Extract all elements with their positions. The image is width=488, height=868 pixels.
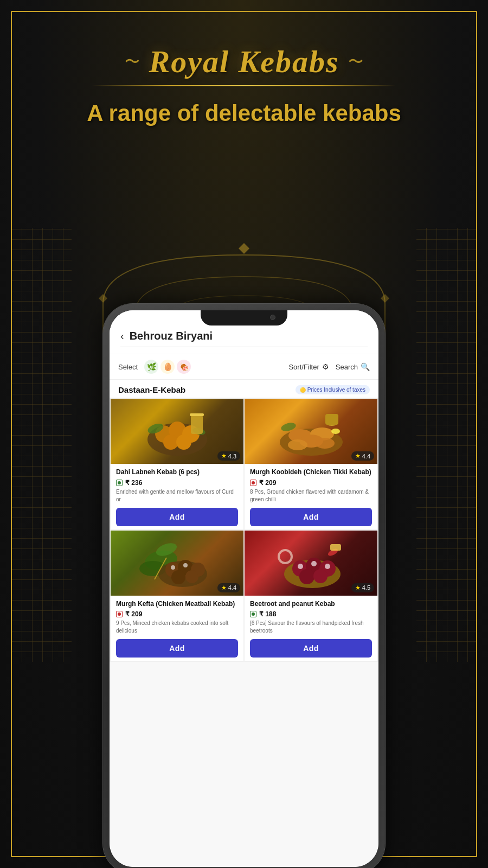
sort-filter-label: Sort/Filter [288,363,319,371]
add-button-3[interactable]: Add [116,639,238,658]
phone-outer-shell: ‹ Behrouz Biryani Select 🌿 🥚 🍖 Sort/Filt… [103,304,385,868]
svg-rect-47 [330,544,341,551]
title-area: 〜 Royal Kebabs 〜 A range of delectable k… [0,43,488,128]
nonveg-dot-3 [118,612,121,616]
back-button[interactable]: ‹ [120,330,124,342]
restaurant-title: Royal Kebabs [149,43,339,80]
menu-card-1: ★ 4.3 Dahi Labneh Kebab (6 pcs) ₹ 236 [111,399,243,529]
star-icon-1: ★ [221,452,227,459]
search-button[interactable]: Search 🔍 [336,362,370,371]
gold-divider-line [92,85,396,86]
item-name-2: Murgh Koobideh (Chicken Tikki Kebab) [250,468,372,477]
svg-point-43 [311,561,317,566]
svg-point-23 [331,429,340,434]
veg-dot-4 [252,612,255,616]
tax-badge: 🟡 Prices Inclusive of taxes [296,385,370,394]
title-decoration: 〜 Royal Kebabs 〜 [0,43,488,80]
egg-diet-icon[interactable]: 🥚 [160,360,175,374]
item-price-3: ₹ 209 [125,610,142,618]
card-body-3: Murgh Kefta (Chicken Meatball Kebab) ₹ 2… [111,596,243,661]
svg-point-46 [279,550,292,563]
price-row-4: ₹ 188 [250,610,372,618]
svg-point-44 [325,564,330,569]
veg-dot-1 [118,481,121,484]
svg-marker-0 [239,243,249,254]
svg-point-42 [298,564,303,569]
filter-bar: Select 🌿 🥚 🍖 Sort/Filter ⚙ Search 🔍 [110,354,378,380]
svg-rect-13 [190,413,204,416]
price-row-2: ₹ 209 [250,479,372,487]
header-divider [120,347,368,347]
star-icon-2: ★ [355,452,361,459]
svg-point-8 [163,435,178,450]
food-image-4: ★ 4.5 [245,531,377,596]
svg-point-41 [313,569,328,583]
camera-icon [270,315,275,320]
app-screen-content: ‹ Behrouz Biryani Select 🌿 🥚 🍖 Sort/Filt… [110,310,378,867]
card-body-4: Beetroot and peanut Kebab ₹ 188 [6 Pcs] … [245,596,377,661]
svg-point-31 [185,570,198,583]
diet-icon-group: 🌿 🥚 🍖 [144,360,191,374]
svg-point-33 [171,565,175,570]
rating-value-3: 4.4 [228,584,236,591]
menu-card-4: ★ 4.5 Beetroot and peanut Kebab ₹ 188 [245,531,377,661]
filter-icon: ⚙ [322,362,329,371]
svg-marker-1 [99,294,107,303]
veg-indicator-4 [250,611,256,617]
svg-point-34 [183,563,188,567]
item-desc-2: 8 Pcs, Ground chicken flavored with card… [250,488,372,503]
food-image-1: ★ 4.3 [111,399,243,464]
svg-rect-22 [325,414,338,425]
rating-badge-2: ★ 4.4 [351,451,374,461]
rating-badge-1: ★ 4.3 [217,451,240,461]
swirl-left-icon: 〜 [125,52,140,72]
rating-value-2: 4.4 [362,453,370,459]
veg-indicator-1 [116,480,123,486]
phone-notch [201,310,287,326]
item-name-4: Beetroot and peanut Kebab [250,600,372,609]
menu-card-2: ★ 4.4 Murgh Koobideh (Chicken Tikki Keba… [245,399,377,529]
star-icon-4: ★ [355,584,361,591]
svg-marker-2 [381,294,389,303]
add-button-4[interactable]: Add [250,639,372,658]
card-body-2: Murgh Koobideh (Chicken Tikki Kebab) ₹ 2… [245,464,377,529]
sort-filter-button[interactable]: Sort/Filter ⚙ [288,362,329,371]
svg-point-40 [299,569,314,584]
search-icon: 🔍 [361,362,370,371]
item-desc-1: Enriched with gentle and mellow flavours… [116,488,238,503]
svg-point-19 [315,438,335,449]
rating-badge-4: ★ 4.5 [351,583,374,592]
svg-point-30 [171,570,185,584]
tax-icon: 🟡 [300,387,306,393]
price-row-1: ₹ 236 [116,479,238,487]
tax-label: Prices Inclusive of taxes [307,387,365,393]
item-desc-4: [6 Pcs] Savour the flavours of handpicke… [250,620,372,635]
section-header: Dastaan-E-Kebab 🟡 Prices Inclusive of ta… [110,380,378,398]
item-price-1: ₹ 236 [125,479,142,487]
section-title: Dastaan-E-Kebab [118,385,185,394]
svg-point-18 [288,439,307,450]
nonveg-indicator-2 [250,480,256,486]
nonveg-indicator-3 [116,611,123,617]
add-button-2[interactable]: Add [250,508,372,526]
page-subtitle: A range of delectable kebabs [0,99,488,128]
rating-badge-3: ★ 4.4 [217,583,240,592]
rating-value-4: 4.5 [362,584,370,591]
add-button-1[interactable]: Add [116,508,238,526]
veg-diet-icon[interactable]: 🌿 [144,360,158,374]
nonveg-dot-2 [252,481,255,484]
nonveg-diet-icon[interactable]: 🍖 [177,360,191,374]
restaurant-name-header: Behrouz Biryani [130,330,368,342]
item-price-2: ₹ 209 [259,479,276,487]
phone-mockup: ‹ Behrouz Biryani Select 🌿 🥚 🍖 Sort/Filt… [103,304,385,868]
price-row-3: ₹ 209 [116,610,238,618]
select-label: Select [118,363,138,371]
item-name-1: Dahi Labneh Kebab (6 pcs) [116,468,238,477]
item-name-3: Murgh Kefta (Chicken Meatball Kebab) [116,600,238,609]
item-desc-3: 9 Pcs, Minced chicken kebabs cooked into… [116,620,238,635]
search-label: Search [336,363,358,371]
svg-point-9 [176,435,191,450]
menu-grid: ★ 4.3 Dahi Labneh Kebab (6 pcs) ₹ 236 [110,398,378,662]
food-image-3: ★ 4.4 [111,531,243,596]
menu-card-3: ★ 4.4 Murgh Kefta (Chicken Meatball Keba… [111,531,243,661]
